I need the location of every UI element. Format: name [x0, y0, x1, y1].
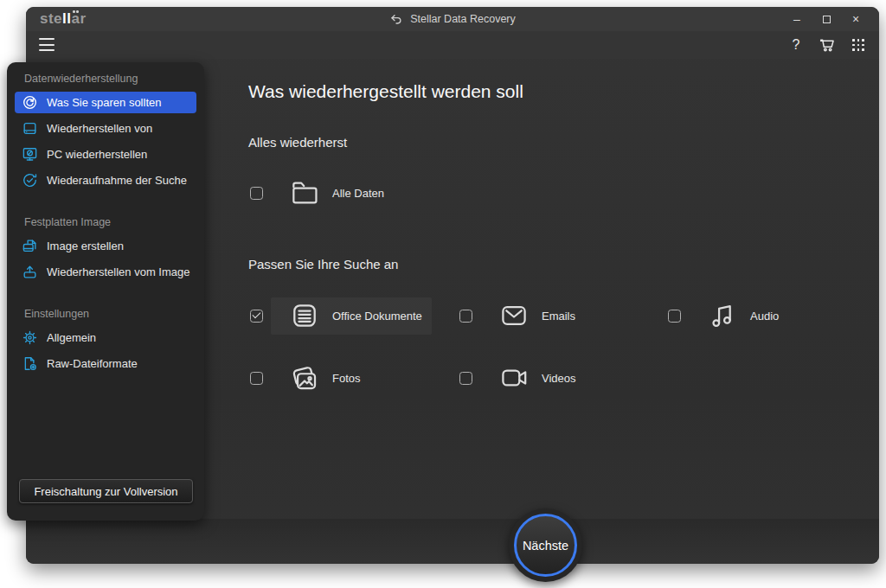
- emails-checkbox[interactable]: [459, 310, 472, 323]
- sidebar-item-label: Image erstellen: [47, 240, 124, 252]
- raw-file-icon: [22, 355, 38, 372]
- option-office-dokumente[interactable]: Office Dokumente: [250, 291, 422, 340]
- unlock-full-version-button[interactable]: Freischaltung zur Vollversion: [19, 479, 193, 503]
- resume-search-icon: [22, 172, 38, 189]
- maximize-icon: [823, 16, 831, 23]
- close-button[interactable]: ×: [841, 7, 870, 31]
- envelope-icon: [498, 299, 530, 332]
- fotos-checkbox[interactable]: [250, 372, 263, 385]
- logo-text: ar: [72, 10, 87, 27]
- restore-history-icon: [22, 94, 38, 111]
- option-audio[interactable]: Audio: [668, 291, 779, 340]
- photos-icon: [288, 361, 321, 394]
- sidebar-item-wiederherstellen-von[interactable]: Wiederherstellen von: [15, 118, 196, 139]
- sidebar-section-disk-image: Festplatten Image: [24, 216, 204, 228]
- sidebar-item-allgemein[interactable]: Allgemein: [15, 327, 196, 348]
- folder-icon: [288, 176, 321, 209]
- option-alle-daten[interactable]: Alle Daten: [250, 169, 384, 217]
- option-label: Fotos: [332, 372, 361, 385]
- office-dokumente-checkbox[interactable]: [250, 310, 263, 323]
- apps-grid-button[interactable]: [848, 35, 869, 55]
- logo-text-highlight: ll: [62, 10, 71, 27]
- cart-icon: [819, 36, 837, 54]
- gear-icon: [22, 329, 38, 346]
- cart-button[interactable]: [817, 35, 838, 55]
- sidebar-item-wiederherstellen-vom-image[interactable]: Wiederherstellen vom Image: [15, 261, 196, 283]
- videos-checkbox[interactable]: [459, 372, 472, 385]
- option-label: Audio: [750, 310, 779, 323]
- page-title: Was wiederhergestellt werden soll: [248, 81, 523, 102]
- option-label: Videos: [542, 372, 576, 385]
- minimize-button[interactable]: –: [782, 7, 812, 31]
- hamburger-menu-icon[interactable]: [39, 38, 55, 51]
- window-title-area: Stellar Data Recovery: [26, 7, 879, 31]
- sidebar-item-label: Wiederherstellen von: [47, 122, 152, 135]
- toolbar-right-group: ?: [786, 31, 869, 59]
- customize-search-heading: Passen Sie Ihre Suche an: [248, 257, 398, 272]
- stellar-data-recovery-app: stellar Stellar Data Recovery – × ?: [0, 0, 886, 588]
- back-arrow-icon: [389, 12, 403, 26]
- audio-checkbox[interactable]: [668, 310, 681, 323]
- window-controls: – ×: [782, 7, 870, 31]
- toolbar: ?: [26, 31, 879, 59]
- drive-icon: [22, 120, 38, 137]
- sidebar-item-was-sie-sparen-sollten[interactable]: Was Sie sparen sollten: [15, 92, 196, 113]
- sidebar-item-label: Raw-Dateiformate: [47, 357, 138, 370]
- sidebar-section-data-recovery: Datenwiederherstellung: [24, 73, 204, 85]
- next-button-halo: Nächste: [509, 508, 582, 582]
- sidebar: Datenwiederherstellung Was Sie sparen so…: [7, 62, 204, 521]
- next-button[interactable]: Nächste: [514, 514, 577, 577]
- logo-text: ste: [40, 10, 62, 27]
- help-button[interactable]: ?: [786, 35, 806, 55]
- sidebar-item-label: Wiederaufnahme der Suche: [47, 174, 187, 187]
- sidebar-item-label: Wiederherstellen vom Image: [47, 265, 189, 278]
- sidebar-section-settings: Einstellungen: [24, 308, 204, 320]
- option-label: Office Dokumente: [332, 310, 422, 323]
- sidebar-item-pc-wiederherstellen[interactable]: PC wiederherstellen: [15, 144, 196, 165]
- sidebar-item-label: PC wiederherstellen: [47, 148, 147, 161]
- stellar-logo: stellar: [40, 10, 87, 28]
- document-icon: [288, 299, 321, 332]
- option-fotos[interactable]: Fotos: [250, 354, 361, 402]
- create-image-icon: [22, 238, 38, 254]
- restore-image-icon: [22, 264, 38, 280]
- music-note-icon: [706, 299, 739, 332]
- window-footer: [26, 519, 879, 564]
- grid-dots-icon: [852, 39, 864, 51]
- window-title: Stellar Data Recovery: [410, 13, 516, 25]
- maximize-button[interactable]: [812, 7, 841, 31]
- alle-daten-checkbox[interactable]: [250, 187, 263, 200]
- sidebar-item-image-erstellen[interactable]: Image erstellen: [15, 235, 196, 257]
- option-label: Emails: [542, 310, 575, 323]
- sidebar-item-wiederaufnahme-der-suche[interactable]: Wiederaufnahme der Suche: [15, 169, 196, 191]
- sidebar-item-label: Allgemein: [47, 331, 96, 344]
- option-videos[interactable]: Videos: [459, 354, 576, 402]
- option-emails[interactable]: Emails: [459, 291, 575, 340]
- recover-everything-heading: Alles wiederherst: [248, 135, 347, 150]
- pc-monitor-icon: [22, 146, 38, 163]
- option-label: Alle Daten: [332, 187, 384, 200]
- video-camera-icon: [498, 361, 530, 394]
- title-bar[interactable]: stellar Stellar Data Recovery – ×: [26, 7, 879, 31]
- sidebar-item-raw-dateiformate[interactable]: Raw-Dateiformate: [15, 353, 196, 374]
- sidebar-item-label: Was Sie sparen sollten: [47, 96, 161, 109]
